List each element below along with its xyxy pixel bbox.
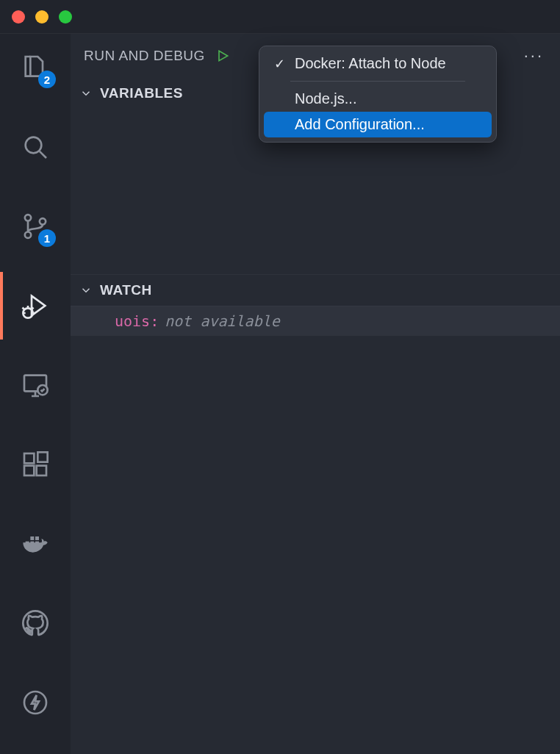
watch-title: WATCH bbox=[100, 282, 152, 298]
window-titlebar bbox=[0, 0, 560, 34]
play-icon bbox=[215, 49, 230, 63]
svg-rect-8 bbox=[24, 466, 34, 475]
config-option-docker-attach[interactable]: Docker: Attach to Node bbox=[264, 51, 492, 76]
svg-rect-14 bbox=[30, 536, 34, 540]
watch-section-header[interactable]: WATCH bbox=[71, 275, 560, 306]
github-tab[interactable] bbox=[18, 606, 53, 641]
chevron-down-icon bbox=[79, 284, 93, 297]
remote-icon bbox=[21, 370, 50, 400]
github-icon bbox=[21, 608, 50, 638]
svg-point-16 bbox=[24, 692, 46, 714]
svg-point-1 bbox=[25, 215, 31, 220]
run-debug-tab[interactable] bbox=[18, 288, 53, 323]
svg-rect-10 bbox=[37, 452, 47, 462]
remote-explorer-tab[interactable] bbox=[18, 367, 53, 403]
svg-rect-7 bbox=[24, 453, 34, 463]
maximize-window-button[interactable] bbox=[59, 10, 72, 24]
close-window-button[interactable] bbox=[12, 10, 25, 24]
configuration-dropdown: Docker: Attach to Node Node.js... Add Co… bbox=[259, 46, 497, 143]
variables-title: VARIABLES bbox=[100, 85, 183, 101]
config-label: Docker: Attach to Node bbox=[295, 55, 446, 72]
thunder-tab[interactable] bbox=[18, 685, 53, 720]
svg-point-0 bbox=[26, 137, 42, 154]
docker-icon bbox=[21, 529, 50, 559]
explorer-badge: 2 bbox=[38, 71, 56, 88]
watch-expression: uois: bbox=[115, 312, 159, 330]
extensions-icon bbox=[21, 450, 50, 479]
debug-icon bbox=[21, 291, 50, 320]
add-configuration-button[interactable]: Add Configuration... bbox=[264, 112, 492, 137]
panel-title: RUN AND DEBUG bbox=[84, 48, 205, 64]
bolt-icon bbox=[21, 688, 50, 717]
chevron-down-icon bbox=[79, 87, 93, 100]
svg-rect-15 bbox=[35, 536, 39, 540]
docker-tab[interactable] bbox=[18, 526, 53, 561]
scm-badge: 1 bbox=[38, 229, 56, 247]
activity-bar: 2 1 bbox=[0, 34, 71, 754]
watch-item[interactable]: uois: not available bbox=[71, 306, 560, 336]
extensions-tab[interactable] bbox=[18, 447, 53, 482]
config-label: Node.js... bbox=[295, 90, 356, 107]
watch-value: not available bbox=[165, 312, 280, 330]
dropdown-separator bbox=[290, 81, 465, 82]
start-debug-button[interactable] bbox=[215, 49, 230, 63]
search-icon bbox=[21, 132, 50, 162]
source-control-tab[interactable]: 1 bbox=[18, 209, 53, 244]
svg-point-3 bbox=[40, 218, 46, 224]
explorer-tab[interactable]: 2 bbox=[18, 50, 53, 85]
svg-rect-9 bbox=[37, 466, 46, 475]
config-label: Add Configuration... bbox=[295, 116, 425, 133]
watch-section: WATCH uois: not available bbox=[71, 275, 560, 336]
minimize-window-button[interactable] bbox=[35, 10, 49, 24]
more-actions-button[interactable]: ··· bbox=[524, 46, 544, 65]
svg-point-2 bbox=[25, 232, 31, 238]
search-tab[interactable] bbox=[18, 129, 53, 165]
config-option-nodejs[interactable]: Node.js... bbox=[264, 86, 492, 112]
